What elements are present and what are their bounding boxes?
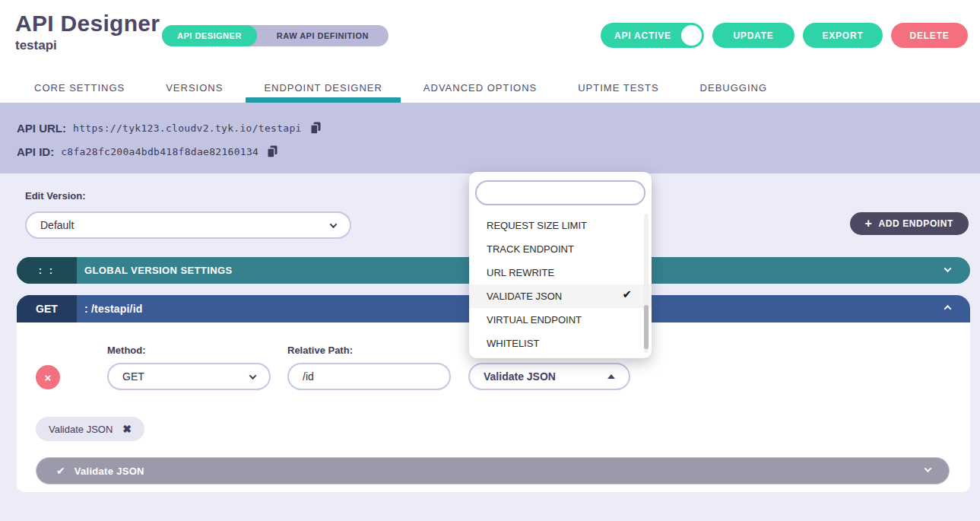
tab-versions[interactable]: VERSIONS xyxy=(147,73,241,103)
plugins-select-value: Validate JSON xyxy=(484,370,556,383)
plugin-tag-label: Validate JSON xyxy=(49,424,113,435)
endpoint-method: GET xyxy=(36,303,58,315)
check-icon: ✔ xyxy=(56,465,65,476)
plus-icon: + xyxy=(865,218,873,230)
version-select[interactable]: Default xyxy=(25,211,351,239)
mode-api-designer[interactable]: API DESIGNER xyxy=(162,25,257,46)
api-id-label: API ID: xyxy=(17,145,54,158)
dropdown-scrollbar[interactable] xyxy=(644,305,649,349)
edit-version-label: Edit Version: xyxy=(25,190,85,202)
copy-icon[interactable] xyxy=(267,145,278,158)
api-info-banner: API URL: https://tyk123.cloudv2.tyk.io/t… xyxy=(0,103,980,173)
api-url-row: API URL: https://tyk123.cloudv2.tyk.io/t… xyxy=(17,118,980,138)
plugin-options-list: REQUEST SIZE LIMIT TRACK ENDPOINT URL RE… xyxy=(469,214,652,355)
option-request-size-limit[interactable]: REQUEST SIZE LIMIT xyxy=(469,214,652,237)
logo-block: API Designer testapi xyxy=(15,11,160,53)
relative-path-label: Relative Path: xyxy=(287,345,353,356)
endpoint-method-badge: GET xyxy=(17,295,77,322)
option-validate-json[interactable]: VALIDATE JSON ✔ xyxy=(469,284,652,308)
option-virtual-endpoint[interactable]: VIRTUAL ENDPOINT xyxy=(469,308,652,332)
update-button[interactable]: UPDATE xyxy=(712,23,794,48)
api-name-subtitle: testapi xyxy=(15,38,160,53)
method-label: Method: xyxy=(107,345,146,356)
plugin-tag: Validate JSON ✖ xyxy=(36,417,144,441)
tab-debugging[interactable]: DEBUGGING xyxy=(682,73,785,103)
triangle-up-icon xyxy=(607,374,615,379)
chevron-down-icon xyxy=(330,221,338,228)
api-id-row: API ID: c8fa28fc200a4bdb418f8dae82160134 xyxy=(17,141,980,161)
drag-handle[interactable]: : : xyxy=(17,257,77,284)
api-url-value: https://tyk123.cloudv2.tyk.io/testapi xyxy=(73,122,302,134)
designer-mode-toggle[interactable]: API DESIGNER RAW API DEFINITION xyxy=(162,25,389,46)
api-active-toggle[interactable]: API ACTIVE xyxy=(601,23,704,48)
plugin-search-input[interactable] xyxy=(475,180,645,205)
main-tabs: CORE SETTINGS VERSIONS ENDPOINT DESIGNER… xyxy=(0,73,980,103)
header-actions: API ACTIVE UPDATE EXPORT DELETE xyxy=(601,23,968,48)
api-designer-page: API Designer testapi API DESIGNER RAW AP… xyxy=(0,0,980,521)
remove-endpoint-button[interactable]: × xyxy=(36,365,60,389)
tab-advanced-options[interactable]: ADVANCED OPTIONS xyxy=(405,73,555,103)
option-url-rewrite[interactable]: URL REWRITE xyxy=(469,261,652,284)
chevron-up-icon[interactable] xyxy=(944,305,952,313)
tab-core-settings[interactable]: CORE SETTINGS xyxy=(16,73,143,103)
api-id-value: c8fa28fc200a4bdb418f8dae82160134 xyxy=(61,146,258,157)
mode-raw-api-definition[interactable]: RAW API DEFINITION xyxy=(257,25,389,46)
api-active-label: API ACTIVE xyxy=(614,30,671,41)
chevron-down-icon[interactable] xyxy=(924,465,932,472)
copy-icon[interactable] xyxy=(310,122,322,135)
option-whitelist[interactable]: WHITELIST xyxy=(469,332,652,355)
plugins-select[interactable]: Validate JSON xyxy=(468,363,630,390)
tab-uptime-tests[interactable]: UPTIME TESTS xyxy=(560,73,677,103)
delete-button[interactable]: DELETE xyxy=(891,23,968,48)
method-select[interactable]: GET xyxy=(107,363,271,390)
close-icon[interactable]: ✖ xyxy=(122,423,132,435)
add-endpoint-label: ADD ENDPOINT xyxy=(878,218,953,229)
option-validate-json-label: VALIDATE JSON xyxy=(487,291,562,302)
chevron-down-icon[interactable] xyxy=(944,265,952,272)
validate-json-panel-header[interactable]: ✔ Validate JSON xyxy=(36,457,950,484)
relative-path-input[interactable] xyxy=(287,363,451,390)
page-title: API Designer xyxy=(15,11,160,36)
method-select-value: GET xyxy=(122,370,144,383)
add-endpoint-button[interactable]: + ADD ENDPOINT xyxy=(850,212,969,235)
global-settings-title: GLOBAL VERSION SETTINGS xyxy=(84,265,233,276)
api-url-label: API URL: xyxy=(17,122,66,135)
toggle-knob[interactable] xyxy=(681,25,702,46)
chevron-down-icon xyxy=(249,372,257,380)
drag-handle-icon: : : xyxy=(39,265,55,276)
endpoint-path: : /testapi/id xyxy=(84,303,143,315)
tab-endpoint-designer[interactable]: ENDPOINT DESIGNER xyxy=(246,73,400,103)
version-select-value: Default xyxy=(40,219,74,231)
option-track-endpoint[interactable]: TRACK ENDPOINT xyxy=(469,237,652,261)
export-button[interactable]: EXPORT xyxy=(803,23,883,48)
check-icon: ✔ xyxy=(622,288,632,301)
validate-json-panel-title: Validate JSON xyxy=(75,465,144,477)
app-header: API Designer testapi API DESIGNER RAW AP… xyxy=(0,0,980,73)
plugins-dropdown-panel: REQUEST SIZE LIMIT TRACK ENDPOINT URL RE… xyxy=(469,172,652,358)
